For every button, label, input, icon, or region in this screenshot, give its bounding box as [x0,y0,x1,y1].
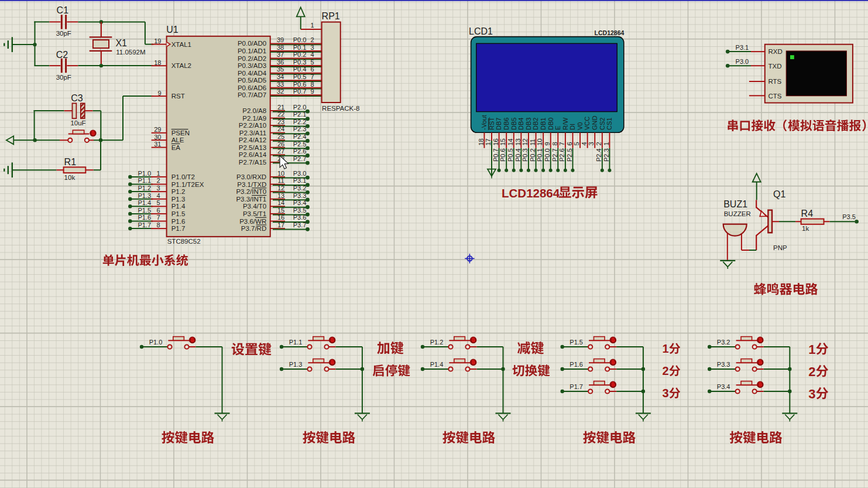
svg-text:DB2: DB2 [532,118,539,130]
svg-text:38: 38 [277,44,284,51]
svg-text:P2.0/A8: P2.0/A8 [242,107,266,114]
svg-text:P1.7: P1.7 [569,383,583,390]
svg-text:P0.0/AD0: P0.0/AD0 [238,40,266,47]
svg-text:RP1: RP1 [322,11,340,21]
svg-text:30pF: 30pF [56,74,71,81]
svg-text:P2.6/A14: P2.6/A14 [239,151,267,158]
svg-text:P2.4: P2.4 [595,148,602,162]
svg-text:P0.3/AD3: P0.3/AD3 [238,62,266,69]
svg-text:P0.6: P0.6 [499,148,506,162]
svg-text:P2.2/A10: P2.2/A10 [239,122,266,129]
svg-text:15: 15 [277,207,284,214]
svg-text:36: 36 [277,59,284,66]
svg-text:22: 22 [277,111,284,118]
svg-text:P2.3: P2.3 [603,148,610,162]
svg-text:LCD1: LCD1 [469,26,493,36]
svg-text:7: 7 [310,73,314,80]
svg-text:P3.3: P3.3 [293,192,307,199]
svg-text:9: 9 [544,142,551,145]
svg-text:LCD12864: LCD12864 [595,29,625,36]
svg-text:10: 10 [277,170,284,177]
svg-text:P0.7: P0.7 [293,88,307,95]
svg-text:2: 2 [663,364,669,377]
svg-text:XTAL2: XTAL2 [171,62,191,69]
svg-text:10: 10 [536,138,543,145]
svg-text:31: 31 [154,141,161,148]
svg-text:1: 1 [156,170,160,177]
svg-text:P1.7: P1.7 [171,225,186,232]
svg-text:P2.6: P2.6 [293,148,307,155]
svg-text:11: 11 [529,139,536,145]
svg-text:6: 6 [310,66,314,73]
svg-text:P3.0: P3.0 [293,170,307,177]
svg-text:P0.0: P0.0 [293,36,307,43]
svg-text:P1.7: P1.7 [138,221,151,228]
svg-text:P0.7/AD7: P0.7/AD7 [238,91,266,98]
svg-text:2: 2 [156,177,160,184]
svg-text:12: 12 [522,138,529,145]
svg-text:1: 1 [311,22,314,29]
svg-text:U1: U1 [166,25,179,35]
svg-text:P1.6: P1.6 [138,214,151,221]
svg-text:P1.4: P1.4 [138,199,151,206]
svg-text:14: 14 [277,199,284,206]
svg-text:-Vout: -Vout [481,115,488,130]
svg-text:P0.6: P0.6 [293,81,307,88]
svg-text:VCC: VCC [584,117,591,130]
svg-text:11.0592M: 11.0592M [116,49,145,56]
svg-text:RST: RST [171,93,185,100]
svg-text:P1.4: P1.4 [171,203,186,210]
svg-text:3: 3 [588,142,595,145]
svg-text:P3.5: P3.5 [842,213,856,220]
svg-text:4: 4 [156,192,160,199]
svg-text:8: 8 [551,142,558,145]
svg-text:8: 8 [156,221,160,228]
svg-text:1k: 1k [802,225,809,232]
svg-text:E: E [554,126,561,130]
svg-text:2: 2 [310,36,314,43]
svg-text:13: 13 [277,192,284,199]
svg-text:P2.7: P2.7 [293,155,307,162]
svg-text:P0.3: P0.3 [522,148,529,162]
svg-text:17: 17 [277,221,284,228]
svg-text:P1.3: P1.3 [289,361,303,368]
svg-text:P3.5/T1: P3.5/T1 [243,210,266,217]
svg-text:P2.0: P2.0 [293,104,307,111]
svg-text:P3.7: P3.7 [293,221,307,228]
svg-text:CS1: CS1 [606,118,613,130]
svg-text:9: 9 [157,90,161,97]
svg-text:P1.0: P1.0 [149,339,163,346]
svg-text:PSEN: PSEN [171,129,190,136]
svg-text:R/W: R/W [562,117,569,130]
svg-text:3: 3 [663,387,669,400]
svg-text:17: 17 [485,138,492,145]
svg-text:BUZZER: BUZZER [724,210,751,217]
svg-text:39: 39 [277,36,284,43]
svg-text:15: 15 [499,138,506,145]
svg-text:16: 16 [492,138,499,145]
svg-text:26: 26 [277,141,284,148]
svg-text:TXD: TXD [768,63,782,70]
svg-text:P3.5: P3.5 [293,207,307,214]
svg-text:3: 3 [310,44,314,51]
svg-text:P3.7/RD: P3.7/RD [241,225,266,232]
svg-text:P3.6: P3.6 [293,214,307,221]
svg-text:4: 4 [310,51,314,58]
svg-text:P3.1: P3.1 [293,177,307,184]
svg-text:7: 7 [558,142,565,145]
svg-text:P0.5: P0.5 [507,148,514,162]
svg-text:P0.1: P0.1 [536,148,543,162]
svg-text:29: 29 [154,126,161,133]
svg-text:P0.0: P0.0 [544,148,551,162]
svg-text:P2.5: P2.5 [293,141,307,148]
svg-text:P1.6: P1.6 [171,218,186,225]
svg-text:P2.6: P2.6 [558,148,565,162]
svg-text:P3.3/INT1: P3.3/INT1 [236,196,266,203]
svg-text:P0.4/AD4: P0.4/AD4 [238,70,267,77]
svg-text:18: 18 [154,59,161,66]
svg-text:16: 16 [277,214,284,221]
svg-text:P0.2: P0.2 [293,51,307,58]
svg-text:RTS: RTS [768,78,782,85]
svg-text:P3.1: P3.1 [736,44,749,51]
svg-text:CS2: CS2 [599,118,606,130]
